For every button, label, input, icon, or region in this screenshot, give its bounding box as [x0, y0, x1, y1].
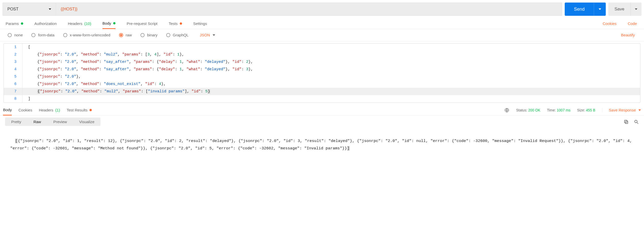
resp-tab-headers[interactable]: Headers (1) [39, 105, 60, 115]
http-method-select[interactable]: POST [3, 3, 56, 16]
line-number: 7 [4, 88, 22, 95]
copy-icon[interactable] [624, 119, 629, 124]
code-link[interactable]: Code [628, 21, 637, 26]
save-response-label: Save Response [609, 108, 636, 112]
body-type-binary[interactable]: binary [140, 33, 158, 37]
tab-tests-label: Tests [169, 21, 178, 26]
tab-params-label: Params [6, 21, 19, 26]
radio-icon [63, 33, 67, 37]
editor-line[interactable]: 2 {"jsonrpc": "2.0", "method": "mul2", "… [4, 51, 640, 58]
beautify-button[interactable]: Beautify [621, 33, 635, 37]
tab-settings[interactable]: Settings [193, 18, 207, 29]
resp-tab-headers-label: Headers [39, 108, 53, 112]
url-bar: POST {{HOST}} Send Save [0, 0, 644, 18]
resp-tab-test-results-label: Test Results [67, 108, 87, 112]
tab-prerequest[interactable]: Pre-request Script [127, 18, 158, 29]
globe-icon[interactable] [504, 108, 509, 113]
chevron-down-icon [599, 8, 601, 10]
radio-icon [140, 33, 145, 37]
line-content: {"jsonrpc": "2.0", "method": "does_not_e… [22, 80, 640, 88]
chevron-down-icon [49, 8, 51, 10]
resp-tab-headers-count: (1) [55, 108, 60, 112]
editor-line[interactable]: 8] [4, 95, 640, 103]
editor-line[interactable]: 3 {"jsonrpc": "2.0", "method": "say_afte… [4, 58, 640, 66]
save-dropdown[interactable] [630, 3, 641, 16]
editor-line[interactable]: 6 {"jsonrpc": "2.0", "method": "does_not… [4, 80, 640, 88]
time-label: Time: 1007 ms [547, 108, 570, 112]
response-tabs: Body Cookies Headers (1) Test Results St… [0, 105, 644, 116]
svg-rect-1 [625, 121, 628, 123]
status-dot-icon [180, 22, 182, 25]
tab-body[interactable]: Body [102, 19, 115, 29]
tab-prerequest-label: Pre-request Script [127, 21, 158, 26]
url-input[interactable]: {{HOST}} [56, 3, 562, 16]
body-type-binary-label: binary [147, 33, 158, 37]
chevron-down-icon [638, 109, 641, 111]
body-type-row: none form-data x-www-form-urlencoded raw… [0, 29, 644, 41]
line-number: 3 [4, 58, 22, 66]
svg-point-3 [635, 120, 637, 123]
response-raw-body[interactable]: [{"jsonrpc": "2.0", "id": 1, "result": 1… [0, 128, 644, 156]
tab-authorization[interactable]: Authorization [34, 18, 57, 29]
tab-authorization-label: Authorization [34, 21, 57, 26]
save-button-label: Save [608, 3, 630, 16]
status-label: Status: 200 OK [516, 108, 540, 112]
radio-icon [8, 33, 12, 37]
resp-tab-body[interactable]: Body [3, 105, 12, 116]
view-tab-pretty[interactable]: Pretty [5, 118, 27, 126]
tab-tests[interactable]: Tests [169, 18, 182, 29]
response-view-row: Pretty Raw Preview Visualize [0, 116, 644, 128]
size-label: Size: 455 B [577, 108, 595, 112]
view-tab-visualize[interactable]: Visualize [73, 118, 101, 126]
line-content: {"jsonrpc": "2.0", "method": "say_after"… [22, 58, 640, 66]
save-button[interactable]: Save [608, 3, 641, 16]
editor-line[interactable]: 7 {"jsonrpc": "2.0", "method": "mul2", "… [4, 88, 640, 95]
body-type-none-label: none [14, 33, 23, 37]
body-type-form-data-label: form-data [38, 33, 54, 37]
line-number: 8 [4, 95, 22, 103]
body-type-graphql-label: GraphQL [173, 33, 189, 37]
editor-line[interactable]: 1[ [4, 44, 640, 51]
body-type-graphql[interactable]: GraphQL [166, 33, 189, 37]
view-tab-raw[interactable]: Raw [27, 118, 47, 126]
radio-icon [31, 33, 35, 37]
status-dot-icon [89, 109, 92, 111]
cookies-link[interactable]: Cookies [603, 21, 616, 26]
body-language-select[interactable]: JSON [200, 33, 215, 37]
line-content: {"jsonrpc": "2.0", "method": "mul2", "pa… [22, 51, 640, 58]
editor-line[interactable]: 4 {"jsonrpc": "2.0", "method": "say_afte… [4, 66, 640, 73]
tab-params[interactable]: Params [6, 18, 23, 29]
tab-headers-count: (10) [84, 21, 91, 26]
tab-headers[interactable]: Headers (10) [68, 18, 91, 29]
send-button[interactable]: Send [565, 3, 606, 16]
status-dot-icon [113, 22, 115, 24]
svg-rect-2 [624, 120, 627, 123]
radio-icon [166, 33, 170, 37]
chevron-down-icon [635, 8, 637, 10]
request-tabs: Params Authorization Headers (10) Body P… [0, 18, 644, 29]
svg-line-4 [637, 122, 638, 124]
body-type-none[interactable]: none [8, 33, 23, 37]
resp-tab-test-results[interactable]: Test Results [67, 105, 92, 115]
status-dot-icon [21, 22, 23, 25]
line-content: {"jsonrpc": "2.0", "method": "mul2", "pa… [22, 88, 640, 95]
request-body-editor[interactable]: 1[2 {"jsonrpc": "2.0", "method": "mul2",… [4, 43, 640, 103]
search-icon[interactable] [634, 119, 639, 124]
send-dropdown[interactable] [594, 3, 606, 16]
editor-line[interactable]: 5 {"jsonrpc": "2.0"}, [4, 73, 640, 80]
line-content: [ [22, 44, 640, 51]
body-type-xwww-label: x-www-form-urlencoded [70, 33, 110, 37]
body-type-xwww[interactable]: x-www-form-urlencoded [63, 33, 110, 37]
send-button-label: Send [565, 3, 594, 16]
resp-tab-cookies-label: Cookies [18, 108, 32, 112]
view-tab-preview[interactable]: Preview [47, 118, 73, 126]
body-type-form-data[interactable]: form-data [31, 33, 54, 37]
save-response-button[interactable]: Save Response [602, 108, 641, 112]
response-meta: Status: 200 OK Time: 1007 ms Size: 455 B… [504, 108, 641, 113]
url-variable: {{HOST}} [61, 7, 78, 11]
resp-tab-cookies[interactable]: Cookies [18, 105, 32, 115]
body-type-raw[interactable]: raw [119, 33, 132, 37]
line-content: {"jsonrpc": "2.0"}, [22, 73, 640, 80]
body-language-label: JSON [200, 33, 210, 37]
line-number: 6 [4, 80, 22, 88]
